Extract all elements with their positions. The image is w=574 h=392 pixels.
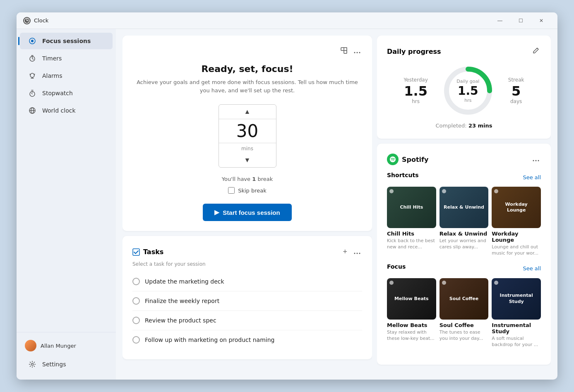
sidebar-label-stopwatch: Stopwatch	[42, 90, 73, 96]
skip-break-checkbox[interactable]	[228, 187, 235, 194]
see-all-shortcuts[interactable]: See all	[523, 174, 541, 180]
shortcut-name-2: Workday Lounge	[492, 231, 541, 243]
music-dot	[442, 189, 446, 193]
pop-out-button[interactable]	[339, 46, 349, 57]
see-all-focus[interactable]: See all	[523, 265, 541, 272]
yesterday-unit: hrs	[404, 99, 428, 104]
sidebar: Focus sessions Timers	[17, 29, 116, 380]
focus-section-header: Focus See all	[387, 263, 541, 274]
world-clock-icon	[28, 106, 36, 115]
user-profile[interactable]: Allan Munger	[17, 336, 116, 356]
tasks-more-button[interactable]	[352, 247, 362, 257]
task-item[interactable]: Finalize the weekly report	[132, 291, 362, 311]
svg-point-19	[359, 253, 360, 254]
window-controls: — ☐ ✕	[490, 14, 551, 27]
settings-label: Settings	[42, 361, 66, 368]
shortcut-thumb-0: Chill Hits	[387, 187, 436, 228]
sidebar-item-timers-wrapper: Timers	[17, 50, 116, 67]
minimize-button[interactable]: —	[490, 14, 509, 27]
spotify-logo: Spotify	[387, 154, 429, 165]
task-radio-3[interactable]	[132, 336, 140, 344]
svg-point-23	[536, 160, 537, 161]
shortcut-name-0: Chill Hits	[387, 231, 436, 237]
streak-stat: Streak 5 days	[508, 77, 524, 104]
user-name: Allan Munger	[41, 343, 76, 349]
time-unit: mins	[240, 144, 255, 153]
music-dot-focus-1	[442, 281, 446, 285]
shortcut-desc-0: Kick back to the best new and rece...	[387, 238, 436, 250]
focus-title: Ready, set, focus!	[132, 64, 362, 74]
sidebar-item-world-clock-wrapper: World clock	[17, 102, 116, 119]
streak-label: Streak	[508, 77, 524, 83]
add-task-button[interactable]: +	[341, 246, 349, 258]
shortcut-thumb-1: Relax & Unwind	[440, 187, 489, 228]
progress-header: Daily progress	[387, 46, 541, 57]
close-button[interactable]: ✕	[532, 14, 551, 27]
task-item[interactable]: Update the marketing deck	[132, 272, 362, 291]
task-item[interactable]: Follow up with marketing on product nami…	[132, 330, 362, 349]
sidebar-item-timers[interactable]: Timers	[20, 50, 113, 67]
sidebar-item-stopwatch[interactable]: Stopwatch	[20, 85, 113, 101]
focus-name-0: Mellow Beats	[387, 322, 436, 328]
shortcut-desc-2: Lounge and chill out music for your wor.…	[492, 244, 541, 257]
streak-unit: days	[508, 99, 524, 104]
main-content: Ready, set, focus! Achieve your goals an…	[116, 29, 557, 380]
focus-card-0[interactable]: Mellow Beats Mellow Beats Stay relaxed w…	[387, 278, 436, 348]
app-window: Clock — ☐ ✕ Focus sessions	[17, 12, 557, 380]
time-decrease-button[interactable]: ▼	[219, 153, 276, 167]
tasks-list: Update the marketing deckFinalize the we…	[132, 272, 362, 349]
completed-value: 23 mins	[468, 123, 492, 129]
tasks-header: Tasks +	[132, 246, 362, 258]
focus-bg-2: Instrumental Study	[492, 278, 541, 320]
spotify-card: Spotify Shortcuts See all	[377, 144, 551, 365]
edit-progress-button[interactable]	[531, 46, 541, 57]
svg-point-18	[357, 253, 358, 254]
streak-value: 5	[508, 84, 524, 98]
donut-center: Daily goal 1.5 hrs	[456, 79, 479, 103]
focus-thumb-0: Mellow Beats	[387, 278, 436, 320]
shortcuts-row: Chill Hits Chill Hits Kick back to the b…	[387, 187, 541, 257]
focus-card-1[interactable]: Soul Coffee Soul Coffee The tunes to eas…	[440, 278, 489, 348]
maximize-button[interactable]: ☐	[511, 14, 530, 27]
task-item[interactable]: Review the product spec	[132, 311, 362, 330]
spotify-more-button[interactable]	[531, 154, 541, 165]
sidebar-label-focus-sessions: Focus sessions	[42, 38, 91, 44]
shortcut-bg-1: Relax & Unwind	[440, 187, 489, 228]
svg-point-17	[354, 253, 355, 254]
time-increase-button[interactable]: ▲	[219, 105, 276, 119]
sidebar-item-settings[interactable]: Settings	[20, 356, 113, 373]
sidebar-item-world-clock[interactable]: World clock	[20, 102, 113, 119]
focus-bg-0: Mellow Beats	[387, 278, 436, 320]
shortcut-name-1: Relax & Unwind	[440, 231, 489, 237]
left-panel: Ready, set, focus! Achieve your goals an…	[122, 36, 372, 373]
donut-chart: Daily goal 1.5 hrs	[441, 64, 495, 118]
yesterday-value: 1.5	[404, 84, 428, 98]
settings-icon	[28, 360, 36, 368]
shortcut-desc-1: Let your worries and cares slip away...	[440, 238, 489, 250]
daily-progress-title: Daily progress	[387, 48, 441, 55]
shortcut-card-1[interactable]: Relax & Unwind Relax & Unwind Let your w…	[440, 187, 489, 257]
break-count: 1	[252, 176, 256, 182]
svg-point-10	[31, 363, 34, 366]
music-dot-focus-0	[389, 281, 394, 285]
right-panel: Daily progress Yesterday 1.5 hrs	[377, 36, 551, 373]
app-body: Focus sessions Timers	[17, 29, 557, 380]
sidebar-item-focus-sessions[interactable]: Focus sessions	[20, 33, 113, 49]
shortcut-bg-0: Chill Hits	[387, 187, 436, 228]
sidebar-label-world-clock: World clock	[42, 107, 76, 114]
sidebar-item-alarms-wrapper: Alarms	[17, 67, 116, 84]
focus-card-2[interactable]: Instrumental Study Instrumental Study A …	[492, 278, 541, 348]
sidebar-item-stopwatch-wrapper: Stopwatch	[17, 84, 116, 102]
task-radio-2[interactable]	[132, 317, 140, 324]
more-options-button[interactable]	[352, 46, 362, 57]
stopwatch-icon	[28, 89, 36, 97]
start-focus-button[interactable]: ▶ Start focus session	[203, 204, 291, 221]
sidebar-item-alarms[interactable]: Alarms	[20, 67, 113, 84]
shortcut-card-2[interactable]: Workday Lounge Workday Lounge Lounge and…	[492, 187, 541, 257]
task-radio-0[interactable]	[132, 278, 140, 285]
focus-thumb-1: Soul Coffee	[440, 278, 489, 320]
shortcut-bg-2: Workday Lounge	[492, 187, 541, 228]
task-radio-1[interactable]	[132, 297, 140, 305]
shortcut-card-0[interactable]: Chill Hits Chill Hits Kick back to the b…	[387, 187, 436, 257]
app-title: Clock	[34, 17, 490, 24]
